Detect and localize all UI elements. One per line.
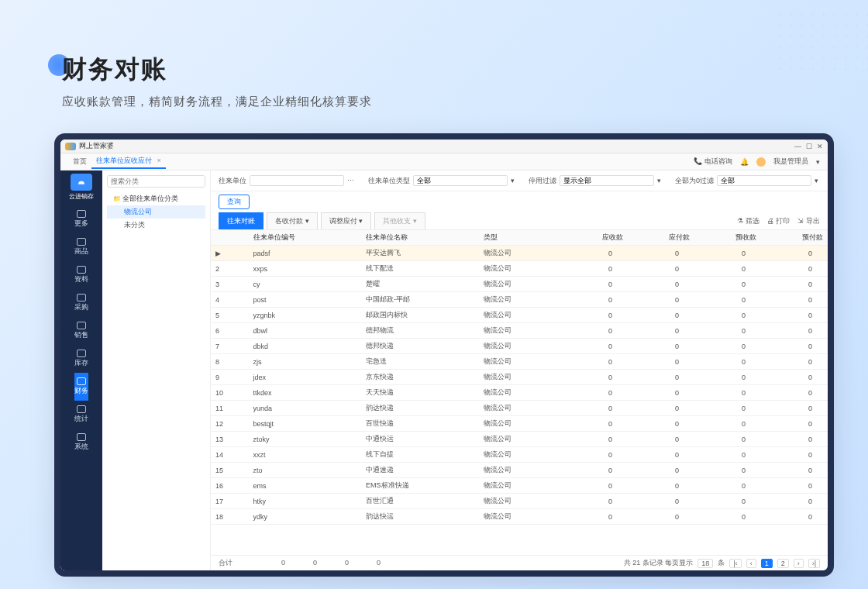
subtab-1[interactable]: 各收付款 ▾	[267, 212, 318, 229]
page-last[interactable]: ›|	[808, 559, 820, 568]
f1-input[interactable]	[250, 175, 344, 186]
subtab-3[interactable]: 其他收支 ▾	[374, 212, 425, 229]
cell: 百世快递	[361, 416, 479, 432]
f3-input[interactable]	[560, 175, 654, 186]
sidebar-item-5[interactable]: 库存	[74, 345, 88, 373]
cell: 0	[561, 509, 628, 525]
table-row[interactable]: 10ttkdex天天快递物流公司0000	[211, 385, 828, 401]
sidebar-item-4[interactable]: 销售	[74, 317, 88, 345]
col-4[interactable]: 应收款	[561, 230, 628, 246]
f1-dd-icon[interactable]: ⋯	[347, 177, 354, 184]
cell: 0	[628, 385, 694, 401]
cell: 楚曜	[361, 277, 479, 292]
app-window: 网上管家婆 — ☐ ✕ 首页 往来单位应收应付 × 📞 电话咨询 🔔 我是管理员…	[60, 140, 828, 570]
username[interactable]: 我是管理员	[773, 157, 808, 167]
tree-leaf-uncat[interactable]: 未分类	[107, 219, 205, 232]
top-tabs: 首页 往来单位应收应付 × 📞 电话咨询 🔔 我是管理员 ▾	[60, 153, 828, 170]
table-row[interactable]: 6dbwl德邦物流物流公司0000	[211, 323, 828, 339]
table-row[interactable]: 18ydky韵达快运物流公司0000	[211, 509, 828, 525]
col-6[interactable]: 预收款	[694, 230, 761, 246]
subtab-0[interactable]: 往来对账	[219, 212, 264, 229]
cell: 0	[694, 509, 761, 525]
cell: 物流公司	[479, 292, 561, 308]
sidebar-item-6[interactable]: 财务	[74, 373, 88, 401]
page-1[interactable]: 1	[761, 559, 773, 568]
f2-dd-icon[interactable]: ▾	[511, 177, 515, 184]
page-next[interactable]: ›	[794, 559, 804, 568]
cell: 0	[628, 370, 694, 385]
table-row[interactable]: ▶padsf平安达腾飞物流公司0000	[211, 246, 828, 261]
tree-leaf-logistics[interactable]: 物流公司	[107, 205, 205, 219]
cell: 宅急送	[361, 354, 479, 370]
table-row[interactable]: 3cy楚曜物流公司0000	[211, 277, 828, 292]
page-first[interactable]: |‹	[729, 559, 741, 568]
cell: EMS标准快递	[361, 478, 479, 494]
tool-export[interactable]: ⇲ 导出	[797, 216, 820, 226]
cell: 0	[694, 292, 761, 308]
table-row[interactable]: 9jdex京东快递物流公司0000	[211, 370, 828, 385]
sidebar-label: 采购	[74, 302, 88, 312]
f3-dd-icon[interactable]: ▾	[657, 177, 661, 184]
sidebar-item-3[interactable]: 采购	[74, 289, 88, 317]
phone-consult[interactable]: 📞 电话咨询	[694, 157, 732, 167]
table-row[interactable]: 12bestqjt百世快递物流公司0000	[211, 416, 828, 432]
table-row[interactable]: 16emsEMS标准快递物流公司0000	[211, 478, 828, 494]
cell: 0	[628, 277, 694, 292]
table-row[interactable]: 4post中国邮政-平邮物流公司0000	[211, 292, 828, 308]
page-size[interactable]: 18	[698, 559, 713, 568]
col-7[interactable]: 预付款	[761, 230, 828, 246]
table-row[interactable]: 17htky百世汇通物流公司0000	[211, 494, 828, 509]
maximize-icon[interactable]: ☐	[806, 143, 812, 150]
table-row[interactable]: 2xxps线下配送物流公司0000	[211, 261, 828, 277]
main-panel: 往来单位⋯ 往来单位类型▾ 停用过滤▾ 全部为0过滤▾ 查询 往来对账 各收付款…	[211, 170, 828, 570]
cell: 0	[561, 246, 628, 261]
sidebar-label: 更多	[74, 219, 88, 229]
col-2[interactable]: 往来单位名称	[361, 230, 479, 246]
subtab-2[interactable]: 调整应付 ▾	[321, 212, 372, 229]
user-menu-chevron-icon[interactable]: ▾	[816, 158, 820, 166]
data-grid[interactable]: 往来单位编号往来单位名称类型应收款应付款预收款预付款 ▶padsf平安达腾飞物流…	[211, 230, 828, 555]
minimize-icon[interactable]: —	[794, 143, 801, 150]
table-row[interactable]: 13ztoky中通快运物流公司0000	[211, 432, 828, 447]
col-0[interactable]	[211, 230, 249, 246]
page-prev[interactable]: ‹	[746, 559, 756, 568]
sidebar-item-2[interactable]: 资料	[74, 261, 88, 289]
table-row[interactable]: 5yzgnbk邮政国内标快物流公司0000	[211, 308, 828, 323]
f4-input[interactable]	[717, 175, 811, 186]
sidebar-item-1[interactable]: 商品	[74, 233, 88, 261]
tool-filter[interactable]: ⚗ 筛选	[737, 216, 760, 226]
table-row[interactable]: 15zto中通速递物流公司0000	[211, 463, 828, 478]
query-button[interactable]: 查询	[219, 195, 250, 209]
avatar-icon[interactable]	[756, 157, 766, 167]
f4-dd-icon[interactable]: ▾	[815, 177, 818, 184]
sidebar-item-8[interactable]: 系统	[74, 429, 88, 456]
cell: 物流公司	[479, 385, 561, 401]
close-icon[interactable]: ✕	[817, 143, 823, 150]
tree-search-input[interactable]	[107, 175, 205, 188]
col-1[interactable]: 往来单位编号	[249, 230, 362, 246]
table-row[interactable]: 11yunda韵达快递物流公司0000	[211, 401, 828, 416]
tree-root[interactable]: 全部往来单位分类	[107, 192, 205, 205]
table-row[interactable]: 14xxzt线下自提物流公司0000	[211, 447, 828, 463]
page-2[interactable]: 2	[777, 559, 789, 568]
table-row[interactable]: 7dbkd德邦快递物流公司0000	[211, 339, 828, 354]
tab-close-icon[interactable]: ×	[157, 157, 161, 164]
sidebar-label: 商品	[74, 246, 88, 257]
table-row[interactable]: 8zjs宅急送物流公司0000	[211, 354, 828, 370]
cell: 0	[694, 354, 761, 370]
col-3[interactable]: 类型	[479, 230, 561, 246]
sidebar-item-7[interactable]: 统计	[74, 401, 88, 429]
cell: 0	[694, 416, 761, 432]
cell: 0	[694, 401, 761, 416]
cell: 0	[628, 494, 694, 509]
col-5[interactable]: 应付款	[628, 230, 694, 246]
f2-input[interactable]	[413, 175, 508, 186]
table-header: 往来单位编号往来单位名称类型应收款应付款预收款预付款	[211, 230, 828, 246]
cell: 0	[628, 339, 694, 354]
tab-home[interactable]: 首页	[68, 155, 91, 168]
tool-print[interactable]: 🖨 打印	[767, 216, 790, 226]
sidebar-item-0[interactable]: 更多	[74, 205, 88, 233]
cell: 物流公司	[479, 354, 561, 370]
tab-receivables[interactable]: 往来单位应收应付 ×	[91, 154, 166, 169]
notify-icon[interactable]: 🔔	[740, 158, 749, 166]
